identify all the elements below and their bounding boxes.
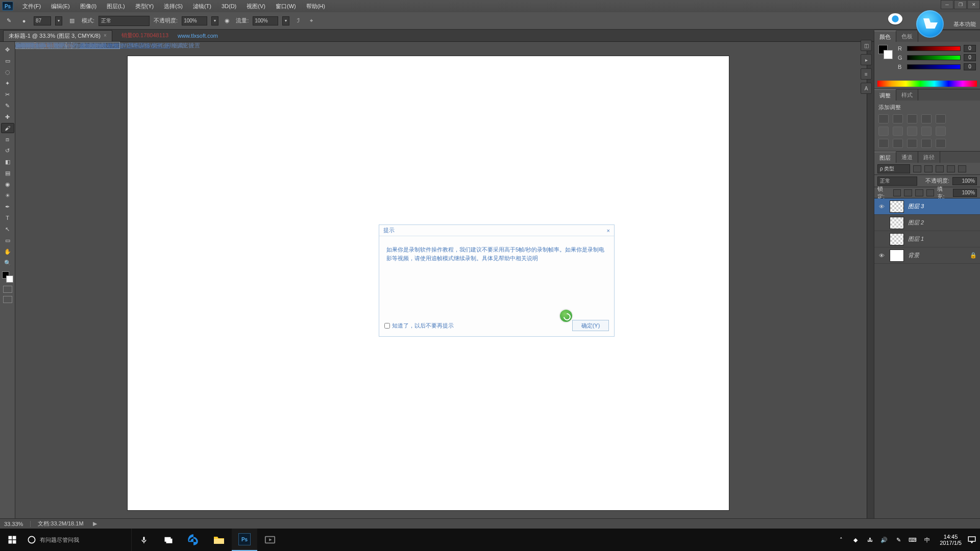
taskbar-clock[interactable]: 14:452017/1/5 bbox=[940, 534, 962, 546]
layer-row[interactable]: 图层 1 bbox=[874, 231, 980, 247]
layer-thumbnail[interactable] bbox=[890, 233, 904, 245]
task-view-icon[interactable] bbox=[156, 529, 181, 551]
lock-pixel-icon[interactable] bbox=[904, 189, 912, 196]
cortana-search[interactable]: 有问题尽管问我 bbox=[24, 529, 132, 551]
brush-preset-icon[interactable]: ✎ bbox=[3, 15, 14, 27]
layer-thumbnail[interactable] bbox=[890, 201, 904, 213]
path-select-tool[interactable]: ↖ bbox=[1, 224, 14, 234]
window-restore-button[interactable]: ❐ bbox=[954, 0, 967, 9]
document-tab[interactable]: 未标题-1 @ 33.3% (图层 3, CMYK/8) × bbox=[3, 30, 112, 41]
menu-filter[interactable]: 滤镜(T) bbox=[188, 0, 216, 12]
screenmode-icon[interactable] bbox=[3, 296, 12, 303]
blend-mode-select[interactable]: 正常 bbox=[99, 16, 150, 26]
airbrush-icon[interactable]: ℐ bbox=[293, 16, 303, 26]
menu-edit[interactable]: 编辑(E) bbox=[46, 0, 75, 12]
lasso-tool[interactable]: ◌ bbox=[1, 67, 14, 77]
layer-name[interactable]: 图层 2 bbox=[908, 219, 966, 227]
layer-row[interactable]: 👁图层 3 bbox=[874, 198, 980, 215]
window-minimize-button[interactable]: ─ bbox=[941, 0, 953, 9]
layer-name[interactable]: 图层 3 bbox=[908, 203, 966, 210]
hue-strip[interactable] bbox=[877, 81, 977, 87]
layer-opacity-input[interactable]: 100% bbox=[952, 177, 977, 185]
wand-tool[interactable]: ✦ bbox=[1, 78, 14, 88]
crop-tool[interactable]: ✂ bbox=[1, 89, 14, 99]
opacity-input[interactable]: 100% bbox=[182, 16, 207, 26]
layer-thumbnail[interactable] bbox=[890, 249, 904, 262]
dialog-close-icon[interactable]: × bbox=[607, 228, 610, 234]
move-tool[interactable]: ✥ bbox=[1, 44, 14, 55]
tray-ime-icon[interactable]: 中 bbox=[922, 535, 932, 544]
tab-color[interactable]: 颜色 bbox=[874, 31, 896, 42]
quickmask-icon[interactable] bbox=[3, 286, 12, 293]
marquee-tool[interactable]: ▭ bbox=[1, 56, 14, 66]
properties-panel-icon[interactable]: ≡ bbox=[861, 68, 872, 80]
brush-dot-icon[interactable]: ● bbox=[18, 15, 30, 27]
status-flyout-icon[interactable]: ▶ bbox=[93, 520, 97, 527]
adj-hue-icon[interactable] bbox=[878, 127, 889, 136]
healing-tool[interactable]: ✚ bbox=[1, 112, 14, 122]
type-tool[interactable]: T bbox=[1, 213, 14, 223]
b-slider[interactable] bbox=[907, 64, 961, 69]
tray-up-icon[interactable]: ˄ bbox=[837, 535, 846, 544]
g-slider[interactable] bbox=[907, 55, 961, 60]
vertical-scrollbar[interactable] bbox=[867, 42, 874, 525]
recorder-app-icon[interactable] bbox=[257, 529, 283, 551]
layer-name[interactable]: 图层 1 bbox=[908, 235, 966, 243]
lock-trans-icon[interactable] bbox=[893, 189, 901, 196]
filter-adjust-icon[interactable] bbox=[924, 165, 933, 172]
explorer-app-icon[interactable] bbox=[206, 529, 232, 551]
menu-image[interactable]: 图像(I) bbox=[75, 0, 102, 12]
menu-layer[interactable]: 图层(L) bbox=[102, 0, 130, 12]
g-value[interactable]: 0 bbox=[964, 54, 976, 61]
flow-dropdown-icon[interactable]: ▾ bbox=[282, 16, 289, 26]
flow-input[interactable]: 100% bbox=[253, 16, 278, 26]
document-canvas[interactable]: 提示 × 如果你是录制软件操作教程，我们建议不要采用高于5帧/秒的录制帧率。如果… bbox=[128, 56, 729, 510]
adj-levels-icon[interactable] bbox=[893, 114, 903, 123]
tray-pen-icon[interactable]: ✎ bbox=[894, 535, 903, 544]
menu-type[interactable]: 类型(Y) bbox=[130, 0, 159, 12]
character-panel-icon[interactable]: A bbox=[861, 83, 872, 94]
adj-bw-icon[interactable] bbox=[893, 127, 903, 136]
zoom-level[interactable]: 33.33% bbox=[4, 521, 23, 527]
layer-row[interactable]: 👁背景🔒 bbox=[874, 247, 980, 264]
adj-gradmap-icon[interactable] bbox=[921, 139, 932, 148]
shape-tool[interactable]: ▭ bbox=[1, 235, 14, 245]
gradient-tool[interactable]: ▤ bbox=[1, 168, 14, 178]
filter-shape-icon[interactable] bbox=[947, 165, 955, 172]
layer-blend-select[interactable]: 正常 bbox=[877, 177, 917, 186]
tray-network-icon[interactable]: 🖧 bbox=[865, 535, 874, 544]
lock-all-icon[interactable] bbox=[926, 189, 935, 196]
tray-keyboard-icon[interactable]: ⌨ bbox=[908, 535, 917, 544]
layer-name[interactable]: 背景 bbox=[908, 252, 966, 259]
r-slider[interactable] bbox=[907, 46, 961, 51]
adj-mixer-icon[interactable] bbox=[921, 127, 932, 136]
hand-tool[interactable]: ✋ bbox=[1, 246, 14, 257]
foreground-background-swatch[interactable] bbox=[2, 271, 13, 283]
eraser-tool[interactable]: ◧ bbox=[1, 157, 14, 167]
r-value[interactable]: 0 bbox=[964, 45, 976, 52]
panel-fgbg-swatch[interactable] bbox=[878, 45, 893, 59]
layer-row[interactable]: 图层 2 bbox=[874, 215, 980, 231]
tab-styles[interactable]: 样式 bbox=[896, 89, 918, 101]
adj-selcolor-icon[interactable] bbox=[936, 139, 946, 148]
adj-thresh-icon[interactable] bbox=[907, 139, 917, 148]
visibility-icon[interactable]: 👁 bbox=[877, 204, 886, 210]
tray-security-icon[interactable]: ◆ bbox=[851, 535, 860, 544]
filter-smart-icon[interactable] bbox=[958, 165, 966, 172]
brush-tool[interactable]: 🖌 bbox=[1, 123, 14, 133]
dialog-ok-button[interactable]: 确定(Y) bbox=[572, 320, 609, 331]
tray-volume-icon[interactable]: 🔊 bbox=[879, 535, 889, 544]
adj-invert-icon[interactable] bbox=[878, 139, 889, 148]
menu-help[interactable]: 帮助(H) bbox=[301, 0, 330, 12]
adj-lookup-icon[interactable] bbox=[936, 127, 946, 136]
photoshop-app-icon[interactable]: Ps bbox=[232, 529, 257, 551]
stamp-tool[interactable]: ⧈ bbox=[1, 134, 14, 144]
dodge-tool[interactable]: ☀ bbox=[1, 190, 14, 201]
filter-pixel-icon[interactable] bbox=[913, 165, 921, 172]
action-center-icon[interactable] bbox=[967, 529, 977, 551]
layer-fill-input[interactable]: 100% bbox=[953, 189, 977, 197]
adj-photo-icon[interactable] bbox=[907, 127, 917, 136]
zoom-tool[interactable]: 🔍 bbox=[1, 258, 14, 268]
history-panel-icon[interactable]: ◫ bbox=[861, 40, 872, 51]
pressure-size-icon[interactable]: ⌖ bbox=[307, 16, 316, 26]
